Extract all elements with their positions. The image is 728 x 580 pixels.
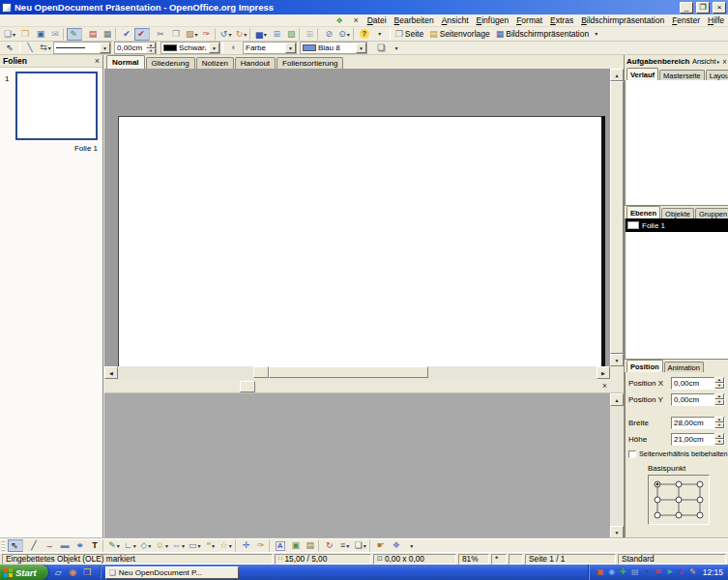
line-button[interactable]: ╱ (26, 539, 42, 552)
tray-icon-5[interactable]: ◔ (642, 567, 652, 578)
dropdown-button[interactable]: ▼ (209, 43, 219, 53)
close-icon[interactable]: × (95, 57, 100, 66)
help-button[interactable]: ? (357, 28, 372, 41)
basic-shapes-button[interactable]: ◇ (138, 539, 154, 552)
scroll-left-button[interactable]: ◀ (104, 366, 118, 379)
zoom-button[interactable]: ⊙ (336, 28, 354, 41)
menu-datei[interactable]: Datei (364, 15, 391, 25)
gallery-button[interactable]: ▧ (284, 28, 300, 41)
lower-vertical-scrollbar[interactable]: ▲ ▼ (610, 393, 624, 538)
gluepoints-button[interactable]: ✑ (254, 539, 270, 552)
minimize-button[interactable]: _ (680, 2, 693, 14)
rotate-button[interactable]: ↻ (322, 539, 337, 552)
spin-down-icon[interactable]: ▼ (714, 399, 724, 405)
extrusion-button[interactable]: ❖ (389, 539, 404, 552)
vertical-scrollbar[interactable]: ▲ ▼ (610, 69, 624, 366)
ellipse-button[interactable]: ● (73, 539, 88, 552)
menu-extras[interactable]: Extras (546, 15, 577, 25)
line-dialog-button[interactable]: ╲ (22, 42, 38, 54)
menu-hilfe[interactable]: Hilfe (704, 15, 728, 25)
slide-thumbnail[interactable] (15, 72, 98, 140)
edit-points-button[interactable]: ⇖ (2, 42, 17, 54)
tab-gliederung[interactable]: Gliederung (146, 57, 195, 69)
save-button[interactable]: ▣ (33, 28, 48, 41)
toolbar-grip[interactable] (2, 541, 5, 551)
text-button[interactable]: T (88, 539, 103, 552)
menu-format[interactable]: Format (512, 15, 546, 25)
spin-down-icon[interactable]: ▼ (714, 422, 724, 428)
print-button[interactable]: ▦ (101, 28, 116, 41)
undo-button[interactable]: ↺ (218, 28, 234, 41)
tab-layout[interactable]: Layout (706, 70, 728, 80)
callouts-button[interactable]: ❝ (203, 539, 218, 552)
scrollbar-track[interactable] (118, 366, 597, 380)
field-spinner[interactable]: ▲▼ (714, 377, 724, 389)
update-notification-icon[interactable]: ❖ (336, 16, 343, 25)
close-document-icon[interactable]: × (351, 16, 362, 25)
tab-position[interactable]: Position (626, 360, 663, 372)
gallery-button[interactable]: ▤ (304, 539, 319, 552)
dropdown-button[interactable]: ▼ (285, 43, 296, 53)
start-button[interactable]: Start (0, 565, 48, 580)
tray-icon-8[interactable]: Z (677, 567, 686, 578)
spin-down-icon[interactable]: ▼ (714, 383, 724, 389)
dropdown-button[interactable]: ▼ (356, 43, 366, 53)
menu-fenster[interactable]: Fenster (668, 15, 704, 25)
curve-button[interactable]: ✎ (106, 539, 122, 552)
line-style-select[interactable]: ▼ (53, 42, 111, 54)
arrow-style-button[interactable]: ⇆ (38, 42, 53, 54)
flowchart-button[interactable]: ▭ (187, 539, 203, 552)
shadow-button[interactable]: ❏ (373, 42, 389, 54)
table-button[interactable]: ⊞ (269, 28, 284, 41)
copy-button[interactable]: ❐ (168, 28, 184, 41)
area-dialog-button[interactable]: ◖ (225, 42, 241, 54)
line-width-field[interactable]: 0,00cm ▲▼ (114, 42, 157, 54)
open-button[interactable]: ❒ (17, 28, 33, 41)
symbol-shapes-button[interactable]: ☺ (154, 539, 170, 552)
stars-button[interactable]: ☆ (218, 539, 236, 552)
quicklaunch-folder[interactable]: ❒ (81, 566, 94, 579)
fill-color-select[interactable]: Blau 8 ▼ (300, 42, 367, 54)
scroll-down-button[interactable]: ▼ (610, 354, 624, 366)
tab-foliensortierung[interactable]: Foliensortierung (277, 57, 343, 69)
split-handle[interactable] (253, 366, 269, 378)
email-button[interactable]: ✉ (48, 28, 64, 41)
connector-button[interactable]: ∟ (122, 539, 138, 552)
menu-ansicht[interactable]: Ansicht (438, 15, 473, 25)
toolbar-overflow[interactable]: ▾ (592, 28, 602, 41)
from-file-button[interactable]: ▣ (288, 539, 304, 552)
tray-icon-3[interactable]: ✚ (619, 567, 628, 578)
tab-animation[interactable]: Animation (664, 362, 704, 372)
export-pdf-button[interactable]: ▤ (85, 28, 101, 41)
spin-down-icon[interactable]: ▼ (146, 48, 156, 54)
tray-icon-1[interactable]: ▣ (596, 567, 605, 578)
spellcheck-button[interactable]: ✔ (119, 28, 134, 41)
arrange-button[interactable]: ❏ (353, 539, 370, 552)
menu-einfuegen[interactable]: Einfügen (473, 15, 513, 25)
tab-normal[interactable]: Normal (106, 55, 145, 69)
toolbar-overflow[interactable]: ▾ (372, 28, 388, 41)
basepoint-grid[interactable] (648, 475, 710, 525)
paste-button[interactable]: ▨ (184, 28, 200, 41)
rectangle-button[interactable]: ▬ (57, 539, 73, 552)
line-color-select[interactable]: Schwarz ▼ (160, 42, 220, 54)
points-button[interactable]: ✛ (239, 539, 254, 552)
navigator-button[interactable]: ⊘ (321, 28, 336, 41)
close-icon[interactable]: × (722, 57, 727, 67)
tray-icon-4[interactable]: ▤ (630, 567, 640, 578)
fill-style-select[interactable]: Farbe ▼ (243, 42, 297, 54)
redo-button[interactable]: ↻ (234, 28, 251, 41)
close-button[interactable]: × (713, 2, 726, 14)
arrow-button[interactable]: → (42, 539, 57, 552)
tab-handout[interactable]: Handout (235, 57, 276, 69)
format-paintbrush-button[interactable]: ✑ (200, 28, 216, 41)
tray-icon-2[interactable]: ◉ (607, 567, 617, 578)
title-bar[interactable]: Neu OpenDocument Präsentation - OpenOffi… (0, 0, 728, 14)
auto-spellcheck-button[interactable]: ✔ (134, 28, 150, 41)
block-arrows-button[interactable]: ⇔ (170, 539, 187, 552)
close-icon[interactable]: × (602, 382, 607, 391)
quicklaunch-browser[interactable]: ◉ (67, 566, 79, 579)
edit-file-button[interactable]: ✎ (67, 28, 82, 41)
line-width-spinner[interactable]: ▲▼ (146, 43, 156, 54)
page-button[interactable]: ❒Seite (393, 28, 426, 41)
